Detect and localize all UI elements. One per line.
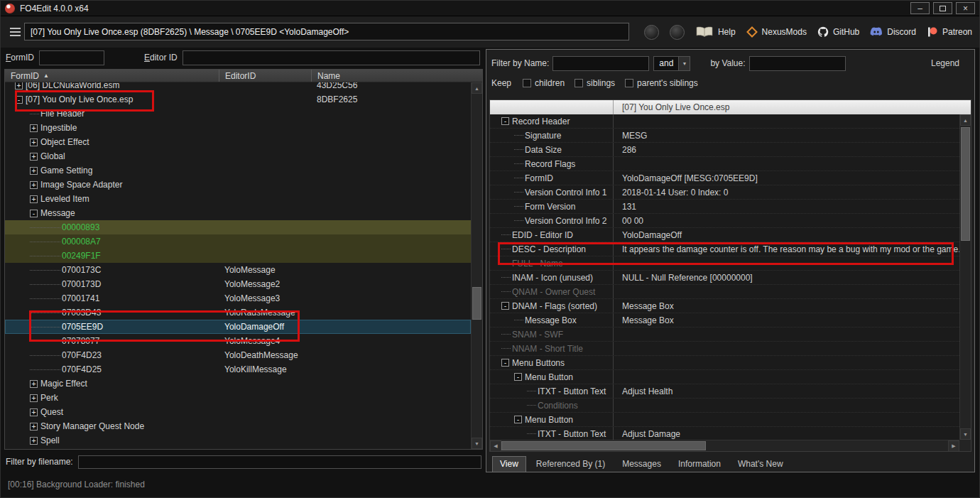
toolbar-round-icon-2[interactable] [670, 25, 685, 40]
horizontal-scrollbar[interactable]: ◀ ▶ [490, 440, 959, 451]
collapse-icon[interactable]: - [501, 117, 509, 125]
tree-row[interactable]: +[06] DLCNukaWorld.esm43D25C56 [5, 82, 471, 92]
tree-row[interactable]: 000008A7 [5, 234, 471, 249]
scroll-down-button[interactable]: ▼ [960, 428, 971, 440]
keep-option-siblings[interactable]: siblings [575, 78, 615, 88]
record-row[interactable]: Conditions [490, 399, 959, 413]
record-row[interactable]: NNAM - Short Title [490, 342, 959, 356]
checkbox-icon[interactable] [575, 79, 583, 87]
tab-information[interactable]: Information [671, 457, 728, 472]
collapse-icon[interactable]: - [501, 359, 509, 367]
toolbar-link-nexusmods[interactable]: NexusMods [746, 26, 807, 38]
tree-row[interactable]: +Object Effect [5, 135, 471, 149]
filename-filter-input[interactable] [78, 455, 481, 469]
left-vertical-scrollbar[interactable]: ▲ ▼ [471, 82, 482, 449]
tree-row[interactable]: File Header [5, 107, 471, 121]
keep-option-children[interactable]: children [523, 78, 565, 88]
tree-row[interactable]: 07001741YoloMessage3 [5, 291, 471, 305]
expand-icon[interactable]: + [15, 82, 23, 90]
scrollbar-track[interactable] [501, 440, 948, 451]
record-row[interactable]: -Record Header [490, 114, 959, 129]
scrollbar-thumb[interactable] [501, 441, 706, 450]
value-filter-input[interactable] [749, 56, 846, 71]
collapse-icon[interactable]: - [30, 210, 38, 217]
toolbar-link-help[interactable]: Help [695, 26, 736, 38]
collapse-icon[interactable]: - [501, 302, 509, 310]
column-header-name[interactable]: Name [312, 70, 482, 82]
tree-row[interactable]: +Global [5, 149, 471, 163]
scroll-up-button[interactable]: ▲ [960, 114, 971, 126]
tree-row[interactable]: 07003D43YoloRadsMessage [5, 305, 471, 320]
scroll-left-button[interactable]: ◀ [490, 440, 501, 452]
record-row[interactable]: Form Version131 [490, 200, 959, 214]
legend-link[interactable]: Legend [931, 58, 969, 68]
expand-icon[interactable]: + [30, 153, 38, 161]
checkbox-icon[interactable] [625, 79, 633, 87]
filter-logic-select[interactable]: and ▼ [653, 56, 690, 71]
record-row[interactable]: -Menu Button [490, 413, 959, 427]
scroll-down-button[interactable]: ▼ [472, 438, 482, 449]
column-header-formid[interactable]: FormID▲ [5, 70, 219, 82]
scrollbar-thumb[interactable] [961, 127, 970, 241]
expand-icon[interactable]: + [30, 124, 38, 132]
record-row[interactable]: SNAM - SWF [490, 328, 959, 342]
expand-icon[interactable]: + [30, 380, 38, 388]
tree-row[interactable]: +Magic Effect [5, 377, 471, 391]
expand-icon[interactable]: + [30, 195, 38, 203]
scrollbar-track[interactable] [472, 94, 482, 438]
checkbox-icon[interactable] [523, 79, 531, 87]
toolbar-link-discord[interactable]: Discord [870, 27, 916, 37]
tab-messages[interactable]: Messages [615, 457, 668, 472]
record-row[interactable]: Record Flags [490, 157, 959, 171]
tree-row[interactable]: 00000893 [5, 220, 471, 234]
tree-row[interactable]: -Message [5, 206, 471, 220]
record-row[interactable]: -Menu Buttons [490, 356, 959, 370]
tree-row[interactable]: 0700173DYoloMessage2 [5, 277, 471, 291]
column-header-editorid[interactable]: EditorID [219, 70, 312, 82]
tab-what-s-new[interactable]: What's New [731, 457, 790, 472]
record-column-header[interactable]: [07] You Only Live Once.esp [490, 100, 971, 114]
maximize-button[interactable] [933, 2, 952, 14]
record-row[interactable]: Message BoxMessage Box [490, 313, 959, 328]
keep-option-parent-s-siblings[interactable]: parent's siblings [625, 78, 698, 88]
collapse-icon[interactable]: - [514, 373, 522, 381]
editorid-filter-input[interactable] [183, 50, 480, 65]
record-row[interactable]: EDID - Editor IDYoloDamageOff [490, 228, 959, 242]
expand-icon[interactable]: + [30, 181, 38, 189]
scrollbar-thumb[interactable] [472, 287, 481, 320]
record-row[interactable]: ITXT - Button TextAdjust Health [490, 384, 959, 399]
close-button[interactable]: × [956, 2, 975, 14]
collapse-icon[interactable]: - [15, 96, 23, 104]
expand-icon[interactable]: + [30, 423, 38, 431]
tree-row[interactable]: +Perk [5, 391, 471, 405]
tree-row[interactable]: 070F4D25YoloKillMessage [5, 362, 471, 377]
record-row[interactable]: FormIDYoloDamageOff [MESG:0705EE9D] [490, 171, 959, 185]
toolbar-round-icon-1[interactable] [644, 25, 659, 40]
expand-icon[interactable]: + [30, 408, 38, 416]
scroll-right-button[interactable]: ▶ [948, 440, 959, 452]
collapse-icon[interactable]: - [514, 416, 522, 423]
toolbar-link-github[interactable]: GitHub [817, 26, 859, 38]
scrollbar-track[interactable] [960, 126, 971, 428]
expand-icon[interactable]: + [30, 437, 38, 445]
tree-row[interactable]: +Image Space Adapter [5, 178, 471, 192]
expand-icon[interactable]: + [30, 139, 38, 146]
name-filter-input[interactable] [552, 56, 649, 71]
tab-referenced-by-1[interactable]: Referenced By (1) [529, 457, 612, 472]
record-row[interactable]: INAM - Icon (unused)NULL - Null Referenc… [490, 271, 959, 285]
menu-icon[interactable] [10, 28, 21, 29]
tree-row[interactable]: 07078077YoloMessage4 [5, 334, 471, 348]
record-row[interactable]: -DNAM - Flags (sorted)Message Box [490, 299, 959, 313]
tree-row[interactable]: 0700173CYoloMessage [5, 263, 471, 277]
scroll-up-button[interactable]: ▲ [472, 82, 482, 94]
record-row[interactable]: DESC - DescriptionIt appears the damage … [490, 242, 959, 256]
record-row[interactable]: ITXT - Button TextAdjust Damage [490, 427, 959, 440]
record-row[interactable]: FULL - Name [490, 256, 959, 271]
toolbar-link-patreon[interactable]: Patreon [927, 26, 972, 38]
record-row[interactable]: SignatureMESG [490, 129, 959, 143]
tree-row[interactable]: +Game Setting [5, 163, 471, 178]
tree-row[interactable]: 070F4D23YoloDeathMessage [5, 348, 471, 362]
record-row[interactable]: -Menu Button [490, 370, 959, 384]
expand-icon[interactable]: + [30, 394, 38, 402]
tree-row[interactable]: +Story Manager Quest Node [5, 419, 471, 433]
